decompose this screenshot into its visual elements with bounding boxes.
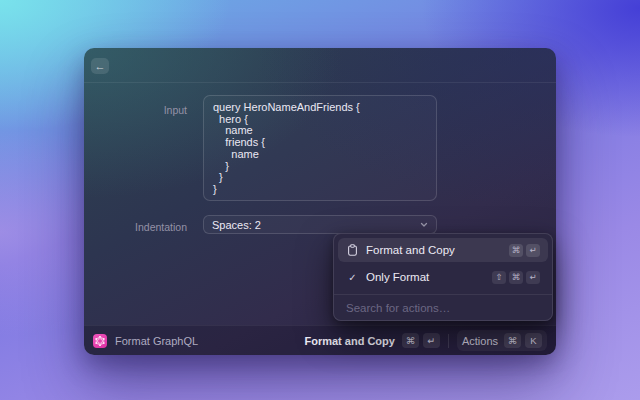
actions-panel: Format and Copy ⌘ ↵ ✓ Only Format ⇧ ⌘ ↵: [333, 233, 553, 321]
primary-action-label[interactable]: Format and Copy: [304, 335, 394, 347]
enter-key-badge: ↵: [526, 271, 540, 284]
action-item-format-and-copy[interactable]: Format and Copy ⌘ ↵: [338, 238, 548, 262]
shift-key-badge: ⇧: [492, 271, 506, 284]
chevron-down-icon: [420, 222, 428, 228]
input-textarea[interactable]: query HeroNameAndFriends { hero { name f…: [203, 95, 437, 201]
k-key-badge: K: [525, 333, 542, 348]
format-graphql-extension-icon: [93, 334, 107, 348]
actions-button-label: Actions: [462, 335, 498, 347]
actions-shortcut: ⌘ K: [504, 333, 542, 348]
indentation-selected-value: Spaces: 2: [212, 219, 261, 231]
check-icon: ✓: [346, 272, 359, 283]
indentation-field-label: Indentation: [84, 221, 187, 233]
statusbar-divider: [448, 334, 449, 348]
cmd-key-badge: ⌘: [509, 271, 523, 284]
back-arrow-icon: ←: [95, 60, 106, 72]
screen: ← Input query HeroNameAndFriends { hero …: [0, 0, 640, 400]
cmd-key-badge: ⌘: [504, 333, 521, 348]
enter-key-badge: ↵: [423, 333, 440, 348]
action-item-only-format[interactable]: ✓ Only Format ⇧ ⌘ ↵: [338, 265, 548, 289]
action-item-shortcut: ⌘ ↵: [509, 244, 540, 257]
enter-key-badge: ↵: [526, 244, 540, 257]
indentation-dropdown[interactable]: Spaces: 2: [203, 215, 437, 234]
actions-button[interactable]: Actions ⌘ K: [457, 330, 547, 351]
primary-action-shortcut: ⌘ ↵: [402, 333, 440, 348]
back-button[interactable]: ←: [91, 58, 109, 74]
actions-panel-list: Format and Copy ⌘ ↵ ✓ Only Format ⇧ ⌘ ↵: [334, 234, 552, 289]
clipboard-icon: [346, 244, 359, 256]
action-item-shortcut: ⇧ ⌘ ↵: [492, 271, 540, 284]
actions-search: [334, 295, 552, 321]
input-field-label: Input: [84, 104, 187, 116]
status-bar: Format GraphQL Format and Copy ⌘ ↵ Actio…: [84, 325, 556, 355]
action-item-label: Format and Copy: [366, 244, 455, 256]
action-item-label: Only Format: [366, 271, 429, 283]
app-name: Format GraphQL: [115, 335, 198, 347]
actions-search-input[interactable]: [346, 302, 540, 314]
cmd-key-badge: ⌘: [509, 244, 523, 257]
window-header: ←: [84, 48, 556, 83]
cmd-key-badge: ⌘: [402, 333, 419, 348]
